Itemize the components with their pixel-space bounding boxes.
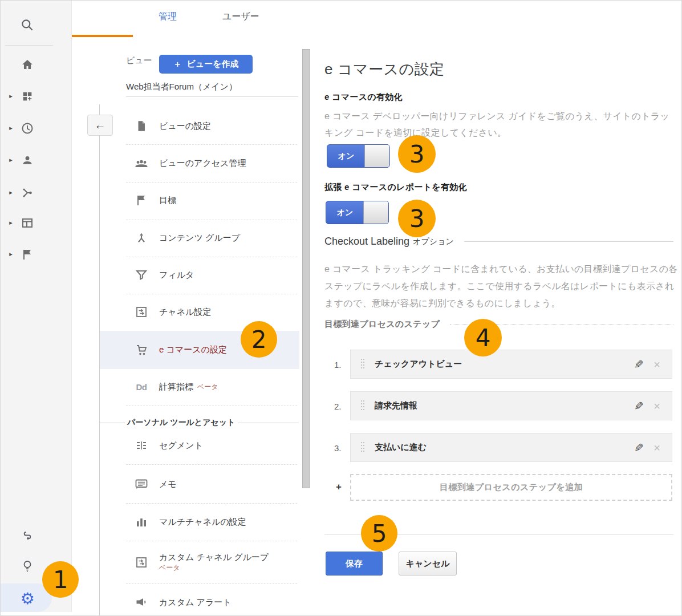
annotation-badge-1: 1 — [42, 561, 79, 598]
toggle-on-label: オン — [327, 145, 365, 167]
search-icon[interactable] — [20, 18, 35, 33]
checkout-labeling-description: e コマース トラッキング コードに含まれている、お支払いの目標到達プロセスの各… — [324, 261, 678, 312]
people-icon — [134, 156, 149, 171]
flag-icon — [134, 193, 149, 208]
menu-item-goals[interactable]: 目標 — [100, 181, 299, 219]
edit-pencil-icon[interactable]: ✎ — [634, 399, 644, 413]
tab-users[interactable]: ユーザー — [222, 11, 259, 23]
menu-item-segments[interactable]: セグメント — [100, 427, 299, 464]
expand-caret-icon[interactable]: ▸ — [7, 156, 14, 164]
annotation-badge-3: 3 — [398, 200, 436, 237]
add-funnel-step-button[interactable]: 目標到達プロセスのステップを追加 — [350, 474, 672, 501]
delete-x-icon[interactable]: × — [653, 359, 660, 370]
annotation-badge-5: 5 — [361, 515, 397, 552]
memo-icon — [134, 477, 149, 492]
channel-icon — [134, 555, 149, 570]
checkout-labeling-heading: Checkout Labeling オプション — [324, 236, 673, 248]
funnel-icon — [134, 268, 149, 282]
drag-handle-icon[interactable] — [361, 442, 366, 453]
edit-pencil-icon[interactable]: ✎ — [634, 441, 644, 455]
funnel-step-row: 支払いに進む ✎ × — [350, 433, 672, 462]
attribution-icon[interactable] — [20, 528, 35, 543]
drag-handle-icon[interactable] — [361, 359, 366, 370]
customization-icon[interactable] — [20, 89, 35, 104]
expand-caret-icon[interactable]: ▸ — [7, 92, 14, 100]
document-icon — [134, 119, 149, 133]
annotation-badge-3: 3 — [398, 135, 436, 173]
page-title: e コマースの設定 — [324, 59, 445, 79]
step-number: 3. — [334, 443, 348, 453]
menu-item-filters[interactable]: フィルタ — [100, 256, 299, 294]
enhanced-ecommerce-toggle[interactable]: オン — [326, 201, 389, 224]
cart-icon — [134, 343, 149, 358]
menu-item-notes[interactable]: メモ — [100, 465, 299, 503]
plus-icon: ＋ — [173, 59, 181, 70]
step-number: 2. — [334, 402, 348, 411]
menu-item-custom-alerts[interactable]: カスタム アラート — [100, 583, 299, 616]
plus-icon: + — [336, 481, 342, 493]
barchart-icon — [134, 514, 149, 529]
megaphone-icon — [134, 595, 149, 610]
annotation-badge-4: 4 — [464, 319, 502, 356]
conversions-icon[interactable] — [20, 247, 35, 262]
menu-scrollbar[interactable] — [302, 49, 310, 488]
analytics-admin-page: ▸ ▸ ▸ ▸ ▸ ▸ ⚙ — [0, 0, 682, 616]
funnel-step-row: チェックアウトビュー ✎ × — [350, 350, 672, 379]
rule — [464, 241, 673, 242]
segments-icon — [134, 438, 149, 453]
expand-caret-icon[interactable]: ▸ — [7, 219, 14, 226]
behavior-icon[interactable] — [20, 216, 35, 230]
menu-item-custom-channel-groups[interactable]: カスタム チャネル グループ ベータ — [100, 541, 299, 583]
merge-icon — [134, 230, 149, 245]
enable-ecommerce-heading: e コマースの有効化 — [324, 92, 403, 103]
tab-bar: 管理 ユーザー — [72, 1, 681, 38]
funnel-step-row: 請求先情報 ✎ × — [350, 391, 672, 420]
view-name: Web担当者Forum（メイン） — [126, 82, 237, 92]
rail-divider — [5, 45, 53, 46]
active-tab-underline — [72, 35, 133, 37]
back-button[interactable]: ← — [87, 115, 113, 136]
create-view-button[interactable]: ＋ ビューを作成 — [159, 55, 253, 74]
channel-icon — [134, 305, 149, 319]
audience-icon[interactable] — [20, 153, 35, 168]
step-number: 1. — [334, 360, 348, 370]
expand-caret-icon[interactable]: ▸ — [7, 189, 14, 196]
admin-gear-icon[interactable]: ⚙ — [20, 591, 35, 606]
view-label: ビュー — [126, 55, 152, 66]
enable-ecommerce-description: e コマース デベロッパー向けリファレンス ガイドをご覧のうえ、サイトのトラッキ… — [324, 108, 678, 141]
divider — [126, 406, 297, 406]
menu-item-view-settings[interactable]: ビューの設定 — [100, 107, 299, 145]
toggle-knob[interactable] — [364, 145, 389, 167]
beta-badge: ベータ — [197, 382, 218, 392]
realtime-icon[interactable] — [20, 121, 35, 136]
toggle-on-label: オン — [326, 201, 364, 224]
home-icon[interactable] — [20, 57, 35, 72]
tab-admin[interactable]: 管理 — [159, 11, 177, 23]
back-arrow-icon: ← — [95, 119, 106, 132]
annotation-badge-2: 2 — [241, 321, 277, 358]
expand-caret-icon[interactable]: ▸ — [7, 124, 14, 132]
edit-pencil-icon[interactable]: ✎ — [634, 358, 644, 371]
menu-item-calculated-metrics[interactable]: Dd 計算指標 ベータ — [100, 369, 299, 404]
beta-badge: ベータ — [159, 563, 180, 573]
acquisition-icon[interactable] — [20, 185, 35, 200]
toggle-knob[interactable] — [363, 201, 388, 224]
cancel-button[interactable]: キャンセル — [399, 552, 457, 576]
drag-handle-icon[interactable] — [361, 400, 366, 412]
divider — [126, 464, 297, 465]
delete-x-icon[interactable]: × — [653, 442, 660, 453]
menu-item-multichannel-settings[interactable]: マルチチャネルの設定 — [100, 503, 299, 541]
menu-item-view-access[interactable]: ビューのアクセス管理 — [100, 144, 299, 182]
save-button[interactable]: 保存 — [326, 552, 383, 576]
nav-rail: ▸ ▸ ▸ ▸ ▸ ▸ ⚙ — [1, 1, 72, 612]
expand-caret-icon[interactable]: ▸ — [7, 250, 14, 258]
insights-bulb-icon[interactable] — [20, 558, 35, 573]
delete-x-icon[interactable]: × — [653, 400, 660, 412]
dd-text-icon: Dd — [134, 379, 149, 394]
ecommerce-toggle[interactable]: オン — [327, 144, 390, 168]
enhanced-ecommerce-heading: 拡張 e コマースのレポートを有効化 — [324, 182, 467, 193]
divider — [126, 96, 298, 97]
menu-item-content-grouping[interactable]: コンテンツ グループ — [100, 219, 299, 257]
